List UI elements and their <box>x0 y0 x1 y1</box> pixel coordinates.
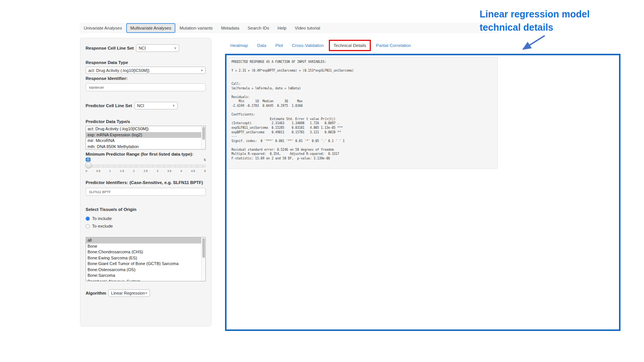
nav-tab-metadata[interactable]: Metadata <box>217 23 244 33</box>
slider-value-badge: 0 <box>86 158 91 162</box>
predictor-data-types-label: Predictor Data Type/s <box>86 119 206 124</box>
predictor-cell-line-set-row: Predictor Cell Line Set NCI ∨ <box>86 102 206 109</box>
min-predictor-range-slider: 0 5 00.511.522.533.544.55 <box>86 158 206 176</box>
response-data-type-value: act: Drug Activity (-log10[IC50M]) <box>88 68 149 73</box>
slider-tick-label: 3 <box>157 169 158 173</box>
slider-tick-label: 0 <box>86 169 87 173</box>
technical-details-output: PREDICTED RESPONSE AS A FUNCTION OF INPU… <box>227 57 498 169</box>
scrollbar-thumb[interactable] <box>202 238 205 258</box>
tab-data[interactable]: Data <box>257 42 266 49</box>
radio-button-icon[interactable] <box>86 224 90 228</box>
algorithm-row: Algorithm Linear Regression ∨ <box>86 289 206 297</box>
list-option-exp-mrna-expression-log2[interactable]: exp: mRNA Expression (log2) <box>86 132 205 138</box>
tissue-listbox[interactable]: allBoneBone:Chondrosarcoma (CHS)Bone:Ewi… <box>86 237 206 281</box>
list-option-peripheral-nervous-system[interactable]: Peripheral_Nervous_System <box>86 279 205 282</box>
slider-tick-label: 5 <box>204 169 206 173</box>
algorithm-select[interactable]: Linear Regression ∨ <box>108 289 150 297</box>
predictor-identifiers-value: SLFN11 BPTF <box>89 190 111 194</box>
list-option-bone-ewing-sarcoma-es[interactable]: Bone:Ewing Sarcoma (ES) <box>86 255 205 261</box>
radio-to-exclude[interactable]: To exclude <box>86 222 206 230</box>
sidebar-panel: Response Cell Line Set NCI ∨ Response Da… <box>80 38 211 326</box>
algorithm-label: Algorithm <box>86 290 106 296</box>
slider-tick-label: 4.5 <box>191 169 195 173</box>
response-identifier-value: topotecan <box>89 86 104 89</box>
scrollbar[interactable] <box>201 237 205 281</box>
response-data-type-select[interactable]: act: Drug Activity (-log10[IC50M]) ∨ <box>86 67 206 74</box>
slider-tick-label: 1 <box>109 169 111 173</box>
nav-tab-search-ids[interactable]: Search IDs <box>244 23 274 33</box>
slider-tick-label: 2.5 <box>144 169 147 173</box>
slider-tick-labels: 00.511.522.533.544.55 <box>86 169 206 173</box>
slider-tick-label: 4 <box>180 169 182 173</box>
annotation-title-line1: Linear regression model <box>480 8 589 21</box>
radio-to-include[interactable]: To include <box>86 215 206 222</box>
radio-to-exclude-label: To exclude <box>92 224 113 228</box>
slider-tick-label: 2 <box>133 169 134 173</box>
scrollbar[interactable] <box>201 126 205 149</box>
tab-cross-validation[interactable]: Cross-Validation <box>292 42 324 49</box>
list-option-mth-dna-850k-methylation[interactable]: mth: DNA 850K Methylation <box>86 144 205 150</box>
response-identifier-label: Response Identifier: <box>86 76 206 81</box>
response-cell-line-set-select[interactable]: NCI ∨ <box>136 44 179 52</box>
predictor-cell-line-set-value: NCI <box>137 103 144 108</box>
result-tabs: HeatmapDataPlotCross-ValidationTechnical… <box>230 42 411 49</box>
tab-heatmap[interactable]: Heatmap <box>230 42 248 49</box>
nav-tab-help[interactable]: Help <box>273 23 291 33</box>
radio-button-icon[interactable] <box>86 217 90 221</box>
min-predictor-range-label: Minimum Predictor Range (for first liste… <box>86 151 206 157</box>
slider-tick-label: 1.5 <box>120 169 124 173</box>
list-option-bone-giant-cell-tumor-of-bone-gctb-sarcoma[interactable]: Bone:Giant Cell Tumor of Bone (GCTB) Sar… <box>86 261 205 267</box>
list-option-bone-osteosarcoma-os[interactable]: Bone:Osteosarcoma (OS) <box>86 267 205 273</box>
tissue-origin-label: Select Tissue/s of Origin <box>86 207 206 212</box>
predictor-identifiers-label: Predictor Identifiers: (Case-Sensitive, … <box>86 180 206 185</box>
chevron-down-icon: ∨ <box>174 47 177 50</box>
chevron-down-icon: ∨ <box>200 69 203 72</box>
response-cell-line-set-row: Response Cell Line Set NCI ∨ <box>86 44 206 52</box>
chevron-down-icon: ∨ <box>145 292 148 295</box>
predictor-cell-line-set-select[interactable]: NCI ∨ <box>134 102 178 109</box>
nav-tab-multivariate-analyses[interactable]: Multivariate Analyses <box>126 23 175 33</box>
nav-tab-mutation-variants[interactable]: Mutation variants <box>175 23 217 33</box>
radio-to-include-label: To include <box>92 216 112 221</box>
response-data-type-label: Response Data Type <box>86 60 206 65</box>
list-option-bone-sarcoma[interactable]: Bone:Sarcoma <box>86 273 205 279</box>
nav-tab-univariate-analyses[interactable]: Univariate Analyses <box>80 23 126 33</box>
scrollbar-thumb[interactable] <box>202 127 205 140</box>
slider-handle[interactable] <box>85 162 92 169</box>
list-option-bone-chondrosarcoma-chs[interactable]: Bone:Chondrosarcoma (CHS) <box>86 249 205 255</box>
response-identifier-input[interactable]: topotecan <box>86 83 206 91</box>
algorithm-value: Linear Regression <box>111 291 145 295</box>
predictor-cell-line-set-label: Predictor Cell Line Set <box>86 103 132 108</box>
tab-partial-correlation[interactable]: Partial Correlation <box>376 42 411 49</box>
list-option-bone[interactable]: Bone <box>86 243 205 250</box>
annotation-title-line2: technical details <box>480 21 589 34</box>
nav-tab-video-tutorial[interactable]: Video tutorial <box>291 23 324 33</box>
list-option-mir-microrna[interactable]: mir: MicroRNA <box>86 138 205 144</box>
tab-plot[interactable]: Plot <box>275 42 283 49</box>
response-cell-line-set-value: NCI <box>139 46 146 50</box>
slider-tick-label: 3.5 <box>167 169 171 173</box>
slider-tick-label: 0.5 <box>96 169 100 173</box>
annotation-title: Linear regression model technical detail… <box>480 8 589 34</box>
list-option-all[interactable]: all <box>86 237 205 243</box>
predictor-identifiers-input[interactable]: SLFN11 BPTF <box>86 188 206 196</box>
tab-technical-details[interactable]: Technical Details <box>333 42 367 49</box>
chevron-down-icon: ∨ <box>172 104 175 107</box>
response-cell-line-set-label: Response Cell Line Set <box>86 45 134 51</box>
top-navbar: Univariate AnalysesMultivariate Analyses… <box>80 23 499 33</box>
list-option-act-drug-activity-log10-ic50m[interactable]: act: Drug Activity (-log10[IC50M]) <box>86 126 205 132</box>
predictor-data-types-listbox[interactable]: act: Drug Activity (-log10[IC50M])exp: m… <box>86 126 206 150</box>
annotation-arrow-icon <box>515 33 551 53</box>
slider-ticks <box>86 165 205 167</box>
slider-max-label: 5 <box>204 158 206 162</box>
